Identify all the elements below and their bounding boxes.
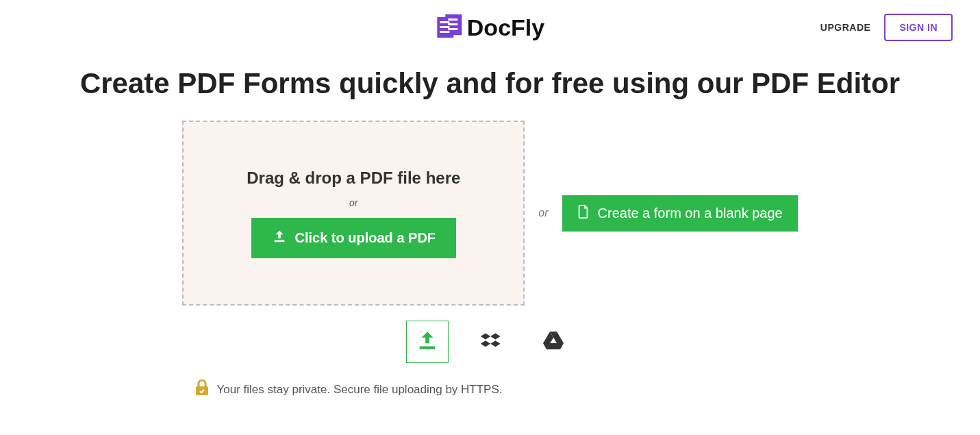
logo[interactable]: DocFly <box>436 14 544 41</box>
svg-rect-4 <box>440 31 449 33</box>
upload-icon <box>272 229 287 247</box>
blank-section: or Create a form on a blank page <box>538 195 797 232</box>
file-dropzone[interactable]: Drag & drop a PDF file here or Click to … <box>182 121 525 306</box>
svg-rect-5 <box>448 18 457 21</box>
svg-rect-10 <box>196 386 208 395</box>
upload-button-label: Click to upload a PDF <box>295 230 436 246</box>
main-row: Drag & drop a PDF file here or Click to … <box>0 121 980 306</box>
dropzone-title: Drag & drop a PDF file here <box>247 169 460 188</box>
secure-message: Your files stay private. Secure file upl… <box>217 383 503 397</box>
svg-rect-7 <box>448 28 457 30</box>
upgrade-link[interactable]: UPGRADE <box>820 22 871 33</box>
source-gdrive-button[interactable] <box>532 321 575 363</box>
file-icon <box>577 205 590 222</box>
or-divider: or <box>538 207 548 219</box>
svg-rect-8 <box>274 240 284 242</box>
svg-rect-6 <box>448 23 457 25</box>
upload-button[interactable]: Click to upload a PDF <box>251 218 457 258</box>
create-blank-button[interactable]: Create a form on a blank page <box>562 195 798 232</box>
google-drive-icon <box>542 330 564 353</box>
secure-message-row: Your files stay private. Secure file upl… <box>192 380 788 399</box>
dropbox-icon <box>479 330 501 354</box>
source-computer-button[interactable] <box>406 321 449 363</box>
source-dropbox-button[interactable] <box>469 321 512 363</box>
svg-rect-2 <box>440 21 449 23</box>
signin-button[interactable]: SIGN IN <box>884 14 953 41</box>
source-row <box>0 321 980 363</box>
header: DocFly UPGRADE SIGN IN <box>0 0 980 48</box>
page-title: Create PDF Forms quickly and for free us… <box>0 67 980 100</box>
brand-name: DocFly <box>467 14 544 41</box>
svg-rect-3 <box>440 26 449 28</box>
dropzone-or: or <box>349 197 357 208</box>
lock-icon <box>195 380 209 399</box>
upload-computer-icon <box>416 329 439 355</box>
docfly-logo-icon <box>436 14 463 40</box>
create-blank-label: Create a form on a blank page <box>598 206 783 221</box>
nav-right: UPGRADE SIGN IN <box>820 14 953 41</box>
svg-rect-9 <box>419 347 435 349</box>
